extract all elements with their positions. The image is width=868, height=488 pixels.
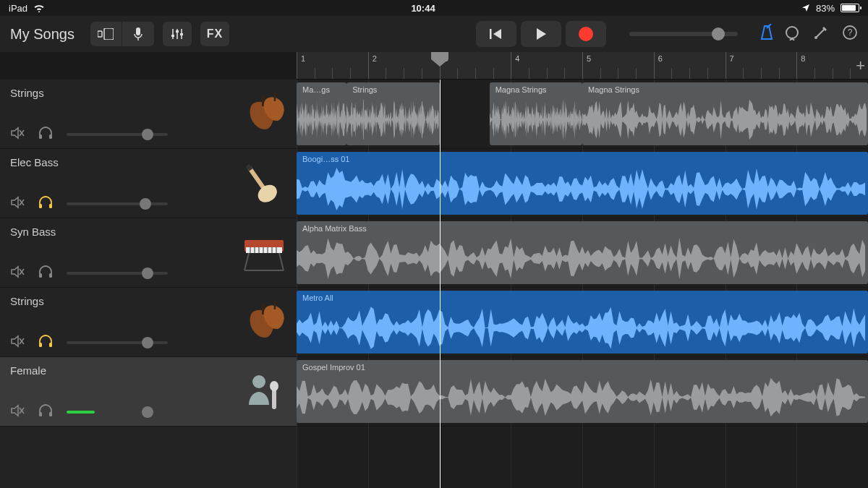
waveform: [490, 98, 582, 141]
audio-region[interactable]: Magna Strings: [582, 82, 868, 145]
track-header[interactable]: Female: [0, 357, 297, 427]
ruler-row: + 12345678: [0, 52, 868, 80]
instrument-icon[interactable]: [239, 162, 289, 205]
mute-button[interactable]: [10, 196, 25, 212]
track-lane[interactable]: Metro All: [297, 288, 868, 357]
svg-rect-20: [262, 96, 264, 106]
track-header[interactable]: Elec Bass: [0, 149, 297, 218]
solo-button[interactable]: [38, 265, 54, 281]
loop-button[interactable]: [784, 25, 800, 43]
slider-thumb[interactable]: [142, 406, 153, 418]
audio-region[interactable]: Strings: [346, 82, 439, 145]
instrument-icon[interactable]: [239, 93, 289, 136]
mute-button[interactable]: [10, 404, 25, 420]
audio-region[interactable]: Metro All: [297, 291, 868, 354]
slider-thumb[interactable]: [712, 27, 725, 40]
waveform: [297, 376, 868, 419]
slider-thumb[interactable]: [142, 337, 153, 348]
audio-region[interactable]: Gospel Improv 01: [297, 360, 868, 423]
master-volume-slider[interactable]: [629, 32, 738, 36]
svg-rect-7: [171, 35, 174, 37]
track-header[interactable]: Syn Bass: [0, 218, 297, 288]
region-label: Magna Strings: [582, 82, 868, 97]
metronome-button[interactable]: [758, 24, 775, 44]
timeline[interactable]: Ma…gsStringsMagna StringsMagna StringsBo…: [297, 80, 868, 488]
audio-region[interactable]: Alpha Matrix Bass: [297, 221, 868, 284]
svg-rect-53: [39, 412, 42, 416]
track-volume-slider[interactable]: [67, 272, 168, 275]
add-track-button[interactable]: +: [856, 56, 865, 75]
mixer-button[interactable]: [163, 22, 192, 46]
track-volume-slider[interactable]: [67, 202, 168, 205]
region-label: Metro All: [297, 291, 868, 305]
svg-rect-50: [274, 301, 276, 309]
fx-button[interactable]: FX: [200, 22, 229, 46]
track-header[interactable]: Strings: [0, 288, 297, 357]
svg-point-12: [786, 27, 798, 38]
waveform: [297, 168, 868, 210]
playhead[interactable]: [430, 52, 450, 67]
playhead-line[interactable]: [440, 80, 441, 488]
mute-button[interactable]: [10, 127, 25, 142]
region-label: Ma…gs: [297, 82, 346, 97]
track-lane[interactable]: Alpha Matrix Bass: [297, 218, 868, 288]
solo-button[interactable]: [38, 335, 54, 351]
track-volume-slider[interactable]: [67, 411, 168, 414]
play-button[interactable]: [521, 21, 561, 47]
track-volume-slider[interactable]: [67, 341, 168, 344]
slider-thumb[interactable]: [142, 267, 153, 279]
songs-button[interactable]: My Songs: [10, 26, 75, 43]
track-lane[interactable]: Boogi…ss 01: [297, 149, 868, 218]
waveform: [346, 98, 439, 141]
svg-rect-49: [262, 304, 264, 314]
tracks-view-button[interactable]: [90, 22, 122, 46]
instrument-icon[interactable]: [239, 370, 289, 414]
help-button[interactable]: ?: [842, 25, 858, 43]
status-bar: iPad 10:44 83%: [0, 0, 868, 16]
clock: 10:44: [411, 3, 435, 14]
svg-rect-21: [274, 93, 276, 101]
track-volume-slider[interactable]: [67, 133, 168, 136]
svg-rect-2: [136, 27, 140, 35]
slider-thumb[interactable]: [142, 129, 153, 140]
bar-number: 6: [658, 54, 663, 63]
track-lane[interactable]: Gospel Improv 01: [297, 357, 868, 427]
go-to-start-button[interactable]: [476, 21, 516, 47]
track-headers: Strings Elec Bass: [0, 80, 297, 488]
location-icon: [801, 4, 810, 12]
mute-button[interactable]: [10, 335, 25, 351]
instrument-icon[interactable]: [239, 231, 289, 275]
solo-button[interactable]: [38, 196, 54, 212]
record-icon: [579, 27, 593, 41]
svg-line-42: [244, 253, 249, 270]
microphone-button[interactable]: [122, 22, 154, 46]
svg-point-55: [252, 375, 265, 388]
region-label: Strings: [346, 82, 439, 97]
audio-region[interactable]: Boogi…ss 01: [297, 152, 868, 215]
bar-number: 7: [730, 54, 734, 63]
audio-region[interactable]: Magna Strings: [490, 82, 582, 145]
track-header[interactable]: Strings: [0, 80, 297, 149]
mute-button[interactable]: [10, 265, 25, 281]
solo-button[interactable]: [38, 127, 54, 142]
transport-controls: [476, 21, 606, 47]
svg-rect-10: [490, 29, 492, 39]
instrument-icon[interactable]: [239, 301, 289, 344]
bar-number: 2: [373, 54, 377, 63]
audio-region[interactable]: Ma…gs: [297, 82, 346, 145]
svg-rect-25: [49, 204, 52, 208]
region-label: Gospel Improv 01: [297, 360, 868, 374]
record-button[interactable]: [566, 21, 606, 47]
view-mode-group: [90, 22, 154, 46]
slider-thumb[interactable]: [140, 198, 151, 210]
track-lane[interactable]: Ma…gsStringsMagna StringsMagna Strings: [297, 80, 868, 149]
battery-icon: [841, 4, 859, 12]
timeline-ruler[interactable]: + 12345678: [297, 52, 868, 80]
bar-number: 1: [301, 54, 305, 63]
svg-point-27: [255, 181, 281, 205]
solo-button[interactable]: [38, 404, 54, 420]
settings-button[interactable]: [813, 25, 829, 43]
toolbar: My Songs FX ?: [0, 16, 868, 52]
svg-rect-18: [39, 134, 42, 139]
waveform: [297, 237, 868, 280]
